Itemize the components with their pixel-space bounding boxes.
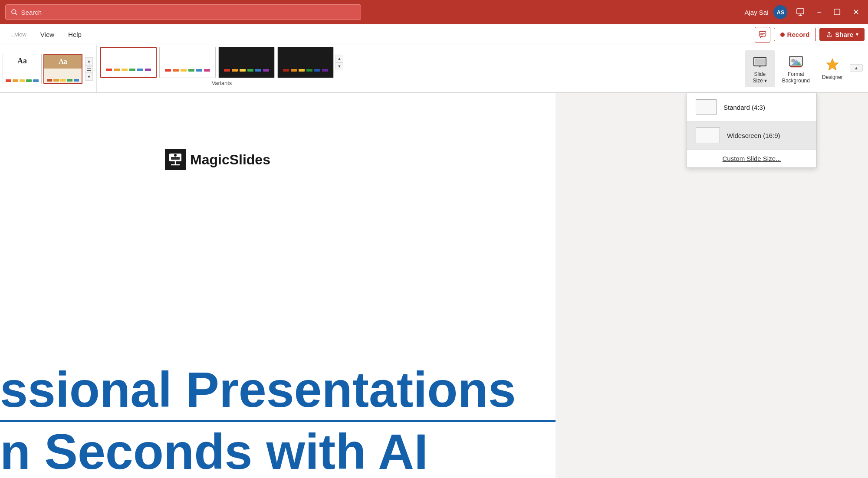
themes-section: Aa Aa ▲ ☰ ▼ <box>0 45 97 92</box>
variant-thumbnail-4[interactable] <box>277 47 334 78</box>
widescreen-preview <box>696 128 720 143</box>
menu-item-help[interactable]: Help <box>61 26 89 43</box>
variant-thumb-inner-4 <box>278 47 333 78</box>
ribbon-tools: SlideSize ▾ FormatBackground <box>740 45 868 92</box>
user-name: Ajay Sai <box>744 9 768 16</box>
variant-scroll-arrows: ▲ ▼ <box>335 53 343 72</box>
collapse-ribbon-area: ▲ <box>850 64 863 73</box>
vbar <box>196 69 202 72</box>
variant-thumbnail-1[interactable] <box>100 47 157 78</box>
comment-icon <box>759 31 766 39</box>
menu-item-view-partial[interactable]: ...view <box>3 27 33 42</box>
vbar <box>232 69 238 72</box>
restore-button[interactable]: ❐ <box>830 6 844 19</box>
format-background-icon <box>788 54 804 69</box>
menu-item-view[interactable]: View <box>33 26 61 43</box>
share-button[interactable]: Share ▾ <box>819 28 865 41</box>
variant-bars-1 <box>106 69 151 74</box>
variants-thumbnails <box>100 47 334 78</box>
user-avatar: AS <box>773 5 787 19</box>
color-bar <box>53 79 59 82</box>
share-chevron-icon: ▾ <box>856 32 858 37</box>
vbar <box>224 69 230 72</box>
color-bar <box>60 79 66 82</box>
variant-scroll-up[interactable]: ▲ <box>335 55 343 62</box>
slide-size-dropdown: Standard (4:3) Widescreen (16:9) Custom … <box>687 93 817 168</box>
ribbon: Aa Aa ▲ ☰ ▼ <box>0 45 868 93</box>
slide-title-area: ssional Presentations n Seconds with AI <box>0 363 556 478</box>
variant-bars-4 <box>283 69 328 74</box>
vbar <box>173 69 179 72</box>
vbar <box>181 69 187 72</box>
collapse-ribbon-button[interactable]: ▲ <box>850 64 863 72</box>
search-box[interactable] <box>5 4 361 20</box>
slide-canvas: MagicSlides ssional Presentations n Seco… <box>0 93 556 478</box>
theme-color-bars-2 <box>44 79 82 83</box>
search-input[interactable] <box>21 9 355 16</box>
vbar <box>122 69 128 71</box>
scroll-down-arrow[interactable]: ▼ <box>85 73 93 81</box>
vbar <box>204 69 210 72</box>
svg-marker-16 <box>826 59 838 70</box>
standard-label: Standard (4:3) <box>723 104 765 111</box>
title-bar: Ajay Sai AS − ❐ ✕ <box>0 0 868 24</box>
presentation-icon <box>796 8 805 16</box>
variant-scroll-down[interactable]: ▼ <box>335 62 343 70</box>
vbar <box>188 69 194 72</box>
share-label: Share <box>835 31 853 38</box>
slide-title-line1: ssional Presentations <box>0 363 556 422</box>
svg-line-1 <box>15 13 16 14</box>
variant-thumbnail-3[interactable] <box>218 47 275 78</box>
slide-size-icon <box>752 54 768 69</box>
vbar <box>306 69 312 72</box>
close-button[interactable]: ✕ <box>849 6 863 19</box>
record-dot <box>780 33 785 37</box>
variant-thumbnail-2[interactable] <box>159 47 216 78</box>
scroll-mid-arrow[interactable]: ☰ <box>85 65 93 73</box>
vbar <box>114 69 120 71</box>
theme-scroll-arrows: ▲ ☰ ▼ <box>84 56 94 82</box>
dropdown-item-standard[interactable]: Standard (4:3) <box>687 93 816 121</box>
color-bar <box>26 79 32 82</box>
search-icon <box>11 9 18 16</box>
dropdown-item-widescreen[interactable]: Widescreen (16:9) <box>687 121 816 149</box>
theme-header-2: Aa <box>44 55 82 69</box>
scroll-up-arrow[interactable]: ▲ <box>85 57 93 65</box>
logo-text: MagicSlides <box>190 152 270 168</box>
svg-point-20 <box>174 154 177 157</box>
variant-thumb-inner-2 <box>160 47 215 78</box>
dropdown-custom-size[interactable]: Custom Slide Size... <box>687 150 816 167</box>
record-label: Record <box>787 31 810 38</box>
svg-rect-10 <box>755 59 765 65</box>
logo-icon <box>165 149 186 170</box>
variant-thumb-inner-1 <box>101 48 156 77</box>
standard-preview <box>696 99 717 115</box>
color-bar <box>47 79 52 82</box>
svg-rect-21 <box>171 157 180 160</box>
designer-label: Designer <box>822 74 843 80</box>
comment-button[interactable] <box>755 27 770 43</box>
menu-bar-right: Record Share ▾ <box>755 27 865 43</box>
menu-bar: ...view View Help Record Share ▾ <box>0 24 868 45</box>
presentation-icon-button[interactable] <box>792 6 808 18</box>
record-button[interactable]: Record <box>774 28 816 41</box>
designer-button[interactable]: Designer <box>817 53 848 84</box>
theme-thumbnail-2[interactable]: Aa <box>43 54 82 84</box>
slide-size-button[interactable]: SlideSize ▾ <box>745 50 775 87</box>
slide-title-line2: n Seconds with AI <box>0 426 556 478</box>
format-background-button[interactable]: FormatBackground <box>777 50 815 87</box>
vbar <box>255 69 261 72</box>
vbar <box>129 69 135 71</box>
color-bar <box>20 79 25 82</box>
vbar <box>263 69 269 72</box>
color-bar <box>33 79 39 82</box>
theme-header-1: Aa <box>3 54 41 68</box>
slide-area: MagicSlides ssional Presentations n Seco… <box>0 93 703 478</box>
vbar <box>165 69 171 72</box>
minimize-button[interactable]: − <box>813 6 825 19</box>
theme-thumbnail-1[interactable]: Aa <box>3 54 42 84</box>
slide-size-label: SlideSize ▾ <box>753 71 767 84</box>
variant-bars-2 <box>165 69 210 74</box>
color-bar <box>74 79 79 82</box>
variants-section: ▲ ▼ Variants <box>97 45 347 92</box>
